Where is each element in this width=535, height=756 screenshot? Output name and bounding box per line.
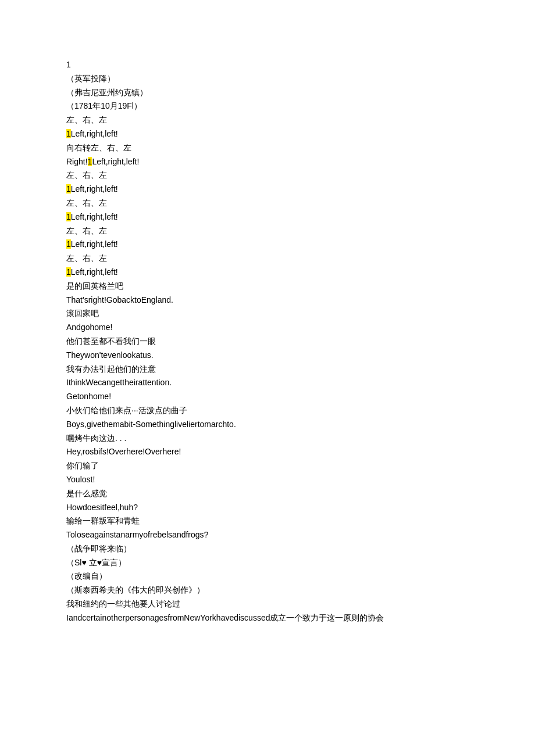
line-item: 1 — [66, 58, 469, 72]
line-item: （战争即将来临） — [66, 542, 469, 556]
line-item: 嘿烤牛肉这边. . . — [66, 432, 469, 446]
line-item: 我和纽约的一些其他要人讨论过 — [66, 597, 469, 611]
line-item: （斯泰西希夫的《伟大的即兴创作》） — [66, 583, 469, 597]
line-item: Getonhome! — [66, 390, 469, 404]
line-item: Howdoesitfeel,huh? — [66, 501, 469, 515]
line-item: 小伙们给他们来点···活泼点的曲子 — [66, 404, 469, 418]
line-item: Boys,givethemabit-Somethingliveliertomar… — [66, 418, 469, 432]
line-item: Hey,rosbifs!Overhere!Overhere! — [66, 445, 469, 459]
line-item: 左、右、左 — [66, 113, 469, 127]
line-item: 向右转左、右、左 — [66, 141, 469, 155]
line-item: （弗吉尼亚州约克镇） — [66, 86, 469, 100]
line-item: That'sright!GobacktoEngland. — [66, 293, 469, 307]
line-item: （Sl♥ 立♥宣言） — [66, 556, 469, 570]
line-item: 1Left,right,left! — [66, 210, 469, 224]
line-item: 是的回英格兰吧 — [66, 280, 469, 293]
line-item: Andgohome! — [66, 321, 469, 335]
line-item: 左、右、左 — [66, 224, 469, 238]
line-item: Theywon'tevenlookatus. — [66, 349, 469, 363]
line-item: IthinkWecangettheirattention. — [66, 376, 469, 390]
line-item: 左、右、左 — [66, 196, 469, 210]
line-item: 我有办法引起他们的注意 — [66, 363, 469, 377]
line-item: 输给一群叛军和青蛙 — [66, 514, 469, 528]
line-item: 你们输了 — [66, 459, 469, 473]
main-content: 1（英军投降）（弗吉尼亚州约克镇）（1781年10月19Fl）左、右、左1Lef… — [66, 58, 469, 625]
line-item: Right!1Left,right,left! — [66, 155, 469, 169]
line-item: 是什么感觉 — [66, 487, 469, 501]
line-item: 左、右、左 — [66, 252, 469, 266]
line-item: 1Left,right,left! — [66, 238, 469, 252]
line-item: 他们甚至都不看我们一眼 — [66, 335, 469, 349]
line-item: 1Left,right,left! — [66, 127, 469, 141]
line-item: 左、右、左 — [66, 169, 469, 182]
line-item: （改编自） — [66, 569, 469, 583]
line-item: IandcertainotherpersonagesfromNewYorkhav… — [66, 611, 469, 625]
line-item: （1781年10月19Fl） — [66, 99, 469, 113]
line-item: Youlost! — [66, 473, 469, 487]
line-item: 1Left,right,left! — [66, 266, 469, 280]
line-item: Toloseagainstanarmyofrebelsandfrogs? — [66, 528, 469, 542]
line-item: 1Left,right,left! — [66, 182, 469, 196]
line-item: （英军投降） — [66, 72, 469, 86]
line-item: 滚回家吧 — [66, 307, 469, 321]
